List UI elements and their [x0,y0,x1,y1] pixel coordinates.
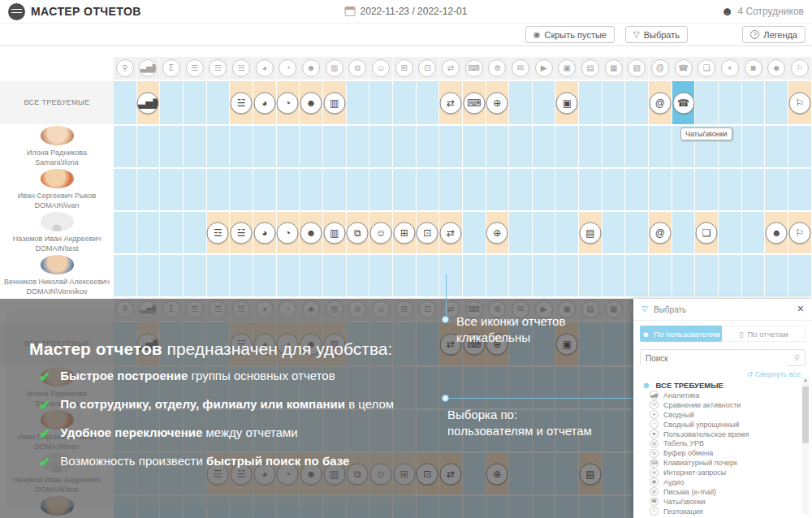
geolocation-icon[interactable]: ⚐ [791,59,809,77]
report-cell[interactable]: ⊕ [486,81,510,124]
screen-video-report-icon[interactable]: ⊡ [417,222,438,244]
report-cell[interactable]: ☺ [369,212,393,253]
pie-summary-report-icon[interactable]: ◕ [253,92,275,114]
report-cell[interactable]: ▤ [579,212,603,253]
audio-report-icon[interactable]: ▣ [556,92,578,114]
scrollbar-thumb[interactable] [802,386,809,443]
people-icon[interactable]: ☻ [767,59,785,77]
report-cell[interactable]: ⊕ [486,212,510,253]
email-report-icon[interactable]: @ [649,92,671,114]
tab-by-users[interactable]: ☻ По пользователям [640,326,722,342]
timesheet-report-icon[interactable]: ▥ [323,92,345,114]
geolocation-report-icon[interactable]: ⚐ [788,222,810,244]
report-type-item[interactable]: ⊕Интернет-запросы [650,468,796,477]
database-icon[interactable]: ▦ [605,59,623,77]
keyboard-report-icon[interactable]: ⌨ [463,92,485,114]
report-list-1-icon[interactable]: ☰ [186,59,204,77]
analytics-report-icon[interactable]: ▃▅▇ [137,92,159,114]
audio-icon[interactable]: ▣ [558,59,576,77]
report-type-item[interactable]: ☎Чаты/звонки [650,497,796,507]
pie-summary-icon[interactable]: ◕ [256,59,274,77]
pie-simple-report-icon[interactable]: ◔ [277,92,299,114]
transfers-report-icon[interactable]: ⇄ [440,222,462,244]
summary-sigma-icon[interactable]: Σ [162,59,180,77]
report-cell[interactable]: ☻ [765,212,788,253]
employee-label[interactable]: Венников Николай АлексеевичDOMAIN\Vennik… [0,255,114,296]
printer-report-icon[interactable]: ▤ [579,222,601,244]
report-cell[interactable]: ☻ [300,81,323,124]
report-cell[interactable]: ☲ [207,212,231,253]
date-range-picker[interactable]: 2022-11-23 / 2022-12-01 [345,6,468,17]
report-type-item[interactable]: @Письма (e-mail) [650,487,796,497]
report-cell[interactable]: ▃▅▇ [137,81,161,124]
report-list-2-icon[interactable]: ☲ [209,59,227,77]
report-cell[interactable]: ☱ [230,81,253,124]
app-usage-report-icon[interactable]: ⊞ [393,222,415,244]
legend-button[interactable]: ? Легенда [742,26,806,43]
report-type-item[interactable]: ▃▅▇Аналитика [650,391,796,400]
internet-icon[interactable]: ⊕ [488,59,506,77]
report-list-3-icon[interactable]: ☱ [232,59,250,77]
panel-group-all-required[interactable]: ☻ ВСЕ ТРЕБУЕМЫЕ [641,380,723,390]
pie-simple-report-icon[interactable]: ◔ [277,222,299,244]
report-list-3-report-icon[interactable]: ☱ [231,92,253,114]
report-list-3-report-icon[interactable]: ☱ [231,222,253,244]
transfers-icon[interactable]: ⇄ [442,59,460,77]
report-type-item[interactable]: ⊙Сравнение активности [650,400,796,410]
keystroke-face-report-icon[interactable]: ☺ [370,222,392,244]
analytics-icon[interactable]: ▃▅▇ [139,59,157,77]
employee-label[interactable]: Илона РадниковаSamara\Ilona [0,126,114,167]
report-cell[interactable]: ⚐ [788,212,812,253]
hide-empty-button[interactable]: ◉ Скрыть пустые [525,26,615,43]
report-list-2-report-icon[interactable]: ☲ [207,222,229,244]
user-time-icon[interactable]: ☻ [302,59,320,77]
employee-label[interactable]: Иван Сергеевич РыковDOMAIN\ivan [0,169,114,210]
report-cell[interactable]: ⌨ [463,81,486,124]
pie-summary-report-icon[interactable]: ◕ [253,222,275,244]
user-time-report-icon[interactable]: ☻ [300,222,322,244]
report-cell[interactable]: ◔ [277,81,300,124]
camera-icon[interactable]: ◙ [745,59,762,77]
screen-video-icon[interactable]: ⊡ [418,59,436,77]
report-type-item[interactable]: ▥Табель УРВ [650,438,796,448]
report-cell[interactable]: ⧉ [347,212,370,253]
report-cell[interactable]: ◔ [277,212,300,253]
printer-icon[interactable]: ▤ [581,59,599,77]
people-report-icon[interactable]: ☻ [766,222,788,244]
report-type-item[interactable]: ⧉Буфер обмена [650,448,796,458]
pie-simple-icon[interactable]: ◔ [279,59,296,77]
app-usage-icon[interactable]: ⊞ [395,59,413,77]
report-type-item[interactable]: ⚐Геолокация [650,507,796,516]
report-type-item[interactable]: ◕Сводный [650,410,796,420]
internet-report-icon[interactable]: ⊕ [486,92,508,114]
clipboard-report-icon[interactable]: ⧉ [347,222,369,244]
report-type-item[interactable]: ☻Пользовательское время [650,430,796,439]
report-cell[interactable]: @ [649,81,672,124]
documents-icon[interactable]: ▧ [628,59,646,77]
collapse-all-link[interactable]: ↺ Свернуть все [747,370,801,378]
internet-report-icon[interactable]: ⊕ [486,222,508,244]
report-cell[interactable]: ⊞ [393,212,417,253]
user-time-report-icon[interactable]: ☻ [300,92,322,114]
keystroke-face-icon[interactable]: ☺ [372,59,390,77]
keyboard-icon[interactable]: ⌨ [465,59,483,77]
report-type-item[interactable]: ▣Аудио [650,477,796,487]
contacts-icon[interactable]: ❏ [698,59,715,77]
report-cell[interactable]: ◕ [253,81,277,124]
report-cell[interactable]: ◕ [253,212,277,253]
clipboard-icon[interactable]: ⧉ [348,59,366,77]
mail-monitor-icon[interactable]: ✉ [512,59,529,77]
email-icon[interactable]: @ [651,59,669,77]
report-cell[interactable]: ⊡ [417,212,440,253]
transfers-report-icon[interactable]: ⇄ [440,92,462,114]
employee-label[interactable]: ☻Наземов Иван АндреевичDOMAIN\test [0,212,114,253]
report-cell[interactable]: ☎ [672,81,696,124]
report-type-item[interactable]: ◔Сводный упрощенный [650,420,796,430]
timesheet-report-icon[interactable]: ▥ [323,222,345,244]
search-icon[interactable]: ⚲ [116,59,134,77]
calls-report-icon[interactable]: ☎ [672,92,694,114]
report-cell[interactable]: ▥ [323,81,347,124]
contacts-report-icon[interactable]: ❏ [696,222,718,244]
email-report-icon[interactable]: @ [649,222,671,244]
select-button[interactable]: ▽ Выбрать [625,26,688,43]
